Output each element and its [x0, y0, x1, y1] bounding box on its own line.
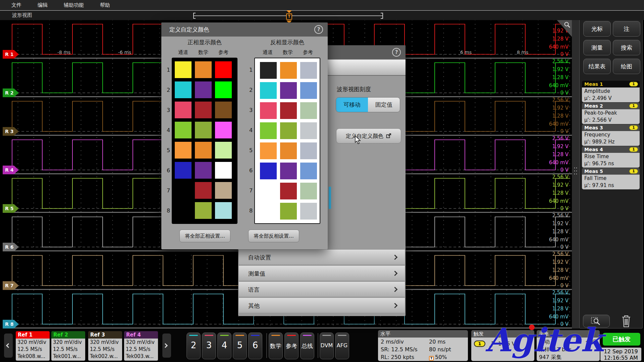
- meas-card-5[interactable]: Meas 51Fall Timeµ': 97.91 ns: [582, 168, 640, 189]
- tab-waveform-view[interactable]: 波形视图: [12, 12, 32, 18]
- color-swatch[interactable]: [280, 102, 297, 119]
- ref-button[interactable]: 参考: [284, 333, 299, 359]
- color-swatch[interactable]: [195, 162, 212, 179]
- ref-card-1[interactable]: Ref 1320 mV/div12.5 MS/sTek008.w...: [16, 331, 50, 361]
- math-button[interactable]: 数学: [269, 333, 283, 359]
- trigger-panel[interactable]: 触发 1 1.25 V: [471, 330, 534, 361]
- color-dialog-titlebar[interactable]: 定义自定义颜色: [161, 22, 328, 37]
- color-swatch[interactable]: [260, 102, 277, 119]
- settings-item-2[interactable]: 测量值: [239, 266, 405, 281]
- color-swatch[interactable]: [260, 62, 277, 79]
- color-swatch[interactable]: [175, 122, 192, 138]
- color-swatch[interactable]: [215, 61, 232, 78]
- color-swatch[interactable]: [175, 61, 192, 78]
- channel-6-button[interactable]: 6: [248, 333, 262, 359]
- add-note-button[interactable]: 注: [613, 21, 640, 37]
- trash-button[interactable]: [621, 314, 632, 329]
- help-icon[interactable]: ?: [314, 25, 323, 34]
- color-swatch[interactable]: [215, 142, 232, 159]
- add-measure-button[interactable]: 测量: [583, 40, 611, 55]
- color-swatch[interactable]: [195, 81, 212, 98]
- color-swatch[interactable]: [195, 202, 212, 219]
- color-swatch[interactable]: [280, 163, 297, 179]
- panel-splitter[interactable]: [572, 20, 579, 328]
- scale-mode-toggle[interactable]: 可移动 固定值: [336, 97, 400, 112]
- channel-5-button[interactable]: 5: [233, 333, 247, 359]
- color-swatch[interactable]: [260, 122, 277, 139]
- channel-3-button[interactable]: 3: [202, 333, 216, 359]
- color-swatch[interactable]: [215, 81, 232, 98]
- color-swatch[interactable]: [300, 163, 317, 179]
- add-plot-button[interactable]: 绘图: [613, 59, 640, 74]
- color-swatch[interactable]: [300, 203, 317, 220]
- color-swatch[interactable]: [300, 102, 317, 119]
- define-custom-colors-button[interactable]: 定义自定义颜色: [336, 128, 401, 143]
- color-swatch[interactable]: [260, 163, 277, 179]
- color-swatch[interactable]: [215, 182, 232, 199]
- add-cursor-button[interactable]: 光标: [583, 21, 611, 37]
- set-all-invert-button[interactable]: 将全部反相设置...: [248, 230, 299, 242]
- color-swatch[interactable]: [175, 202, 192, 219]
- meas-card-1[interactable]: Meas 11Amplitudeµ': 2.496 V: [582, 81, 640, 102]
- color-swatch[interactable]: [175, 182, 192, 199]
- ref-card-2[interactable]: Ref 2320 mV/div12.5 MS/sTek001.w...: [51, 331, 85, 361]
- menu-item-1[interactable]: 文件: [11, 0, 21, 10]
- color-swatch[interactable]: [215, 122, 232, 138]
- toggle-option-movable[interactable]: 可移动: [336, 98, 368, 112]
- meas-header: Meas 41: [582, 146, 640, 153]
- color-swatch[interactable]: [195, 102, 212, 118]
- color-swatch[interactable]: [195, 61, 212, 78]
- menu-item-4[interactable]: 帮助: [100, 0, 110, 10]
- settings-item-4[interactable]: 其他: [239, 298, 405, 313]
- color-swatch[interactable]: [280, 82, 297, 99]
- zoom-tool-button[interactable]: [583, 315, 610, 327]
- menu-item-2[interactable]: 编辑: [38, 0, 48, 10]
- scroll-refs-right-button[interactable]: [162, 334, 171, 358]
- color-swatch[interactable]: [175, 162, 192, 179]
- color-swatch[interactable]: [215, 162, 232, 179]
- color-swatch[interactable]: [215, 102, 232, 118]
- help-icon[interactable]: ?: [392, 48, 401, 57]
- color-swatch[interactable]: [300, 122, 317, 139]
- add-search-button[interactable]: 搜索: [613, 40, 640, 55]
- color-swatch[interactable]: [280, 122, 297, 139]
- channel-2-button[interactable]: 2: [186, 333, 201, 359]
- color-swatch[interactable]: [260, 183, 277, 199]
- ref-card-3[interactable]: Ref 3320 mV/div12.5 MS/sTek002.w...: [88, 331, 122, 361]
- color-swatch[interactable]: [175, 142, 192, 159]
- color-swatch[interactable]: [195, 182, 212, 199]
- color-swatch[interactable]: [260, 203, 277, 220]
- meas-card-2[interactable]: Meas 21Peak-to-Peakµ': 2.566 V: [582, 103, 640, 124]
- meas-card-4[interactable]: Meas 41Rise Timeµ': 96.75 ns: [582, 146, 640, 168]
- color-swatch[interactable]: [300, 142, 317, 159]
- color-swatch[interactable]: [260, 82, 277, 99]
- color-swatch[interactable]: [260, 142, 277, 159]
- horizontal-panel[interactable]: 水平 2 ms/divSR: 12.5 MS/sRL: 250 kpts 20 …: [378, 330, 468, 361]
- menu-item-3[interactable]: 辅助功能: [64, 0, 84, 10]
- color-swatch[interactable]: [280, 142, 297, 159]
- settings-item-1[interactable]: 自动设置: [239, 250, 405, 264]
- color-swatch[interactable]: [175, 102, 192, 118]
- toggle-option-fixed[interactable]: 固定值: [368, 98, 400, 112]
- meas-card-3[interactable]: Meas 31Frequencyµ': 989.2 Hz: [582, 124, 640, 146]
- color-swatch[interactable]: [300, 62, 317, 79]
- afg-button[interactable]: AFG: [335, 333, 349, 359]
- color-swatch[interactable]: [195, 122, 212, 138]
- color-swatch[interactable]: [300, 183, 317, 199]
- set-all-normal-button[interactable]: 将全部正相设置...: [179, 230, 230, 242]
- scroll-refs-left-button[interactable]: [4, 334, 13, 358]
- color-swatch[interactable]: [280, 203, 297, 220]
- ref-card-4[interactable]: Ref 4320 mV/div12.5 MS/sTek003.w...: [124, 331, 158, 361]
- settings-item-3[interactable]: 语言: [239, 282, 405, 297]
- color-swatch[interactable]: [300, 82, 317, 99]
- color-swatch[interactable]: [215, 202, 232, 219]
- bus-button[interactable]: 总线: [300, 333, 314, 359]
- color-swatch[interactable]: [280, 62, 297, 79]
- color-swatch[interactable]: [175, 81, 192, 98]
- color-swatch[interactable]: [195, 142, 212, 159]
- acquisition-panel[interactable]: 采集 自动 分析 采样: 12 bits 947 采集: [537, 330, 600, 361]
- color-swatch[interactable]: [280, 183, 297, 199]
- add-results-table-button[interactable]: 结果表: [583, 59, 611, 74]
- channel-4-button[interactable]: 4: [217, 333, 231, 359]
- dvm-button[interactable]: DVM: [320, 333, 334, 359]
